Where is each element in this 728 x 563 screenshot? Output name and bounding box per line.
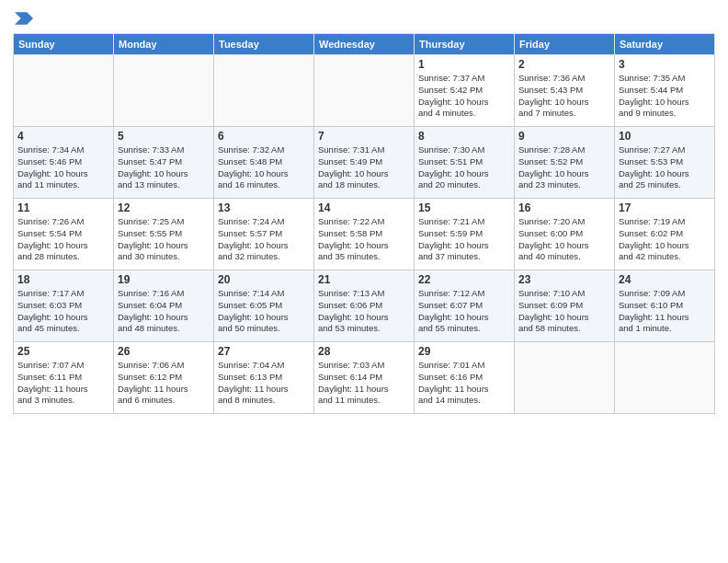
day-number: 21 <box>318 273 410 286</box>
table-row <box>14 55 114 127</box>
day-info: Sunrise: 7:27 AMSunset: 5:53 PMDaylight:… <box>619 144 711 191</box>
day-info: Sunrise: 7:22 AMSunset: 5:58 PMDaylight:… <box>318 216 410 263</box>
calendar-day-header: Saturday <box>615 34 715 55</box>
svg-marker-0 <box>15 12 33 24</box>
day-info: Sunrise: 7:13 AMSunset: 6:06 PMDaylight:… <box>318 288 410 335</box>
table-row: 27Sunrise: 7:04 AMSunset: 6:13 PMDayligh… <box>214 342 314 414</box>
day-number: 1 <box>418 58 510 71</box>
table-row: 23Sunrise: 7:10 AMSunset: 6:09 PMDayligh… <box>515 270 615 342</box>
day-number: 2 <box>518 58 610 71</box>
day-info: Sunrise: 7:14 AMSunset: 6:05 PMDaylight:… <box>218 288 310 335</box>
day-number: 27 <box>218 345 310 358</box>
table-row: 21Sunrise: 7:13 AMSunset: 6:06 PMDayligh… <box>314 270 415 342</box>
table-row: 16Sunrise: 7:20 AMSunset: 6:00 PMDayligh… <box>515 199 615 270</box>
calendar-day-header: Monday <box>114 34 214 55</box>
table-row: 28Sunrise: 7:03 AMSunset: 6:14 PMDayligh… <box>314 342 415 414</box>
table-row: 13Sunrise: 7:24 AMSunset: 5:57 PMDayligh… <box>214 199 314 270</box>
day-number: 18 <box>17 273 109 286</box>
day-number: 7 <box>318 130 410 143</box>
table-row <box>314 55 415 127</box>
day-number: 23 <box>518 273 610 286</box>
table-row: 17Sunrise: 7:19 AMSunset: 6:02 PMDayligh… <box>615 199 715 270</box>
table-row: 11Sunrise: 7:26 AMSunset: 5:54 PMDayligh… <box>14 199 114 270</box>
day-info: Sunrise: 7:31 AMSunset: 5:49 PMDaylight:… <box>318 144 410 191</box>
table-row: 1Sunrise: 7:37 AMSunset: 5:42 PMDaylight… <box>415 55 515 127</box>
calendar-table: SundayMondayTuesdayWednesdayThursdayFrid… <box>13 33 715 414</box>
day-number: 26 <box>118 345 210 358</box>
day-info: Sunrise: 7:17 AMSunset: 6:03 PMDaylight:… <box>17 288 109 335</box>
calendar-week-row: 4Sunrise: 7:34 AMSunset: 5:46 PMDaylight… <box>14 127 715 199</box>
day-info: Sunrise: 7:37 AMSunset: 5:42 PMDaylight:… <box>418 73 510 120</box>
table-row: 25Sunrise: 7:07 AMSunset: 6:11 PMDayligh… <box>14 342 114 414</box>
table-row <box>114 55 214 127</box>
logo-arrow-icon <box>15 9 33 28</box>
day-number: 9 <box>518 130 610 143</box>
table-row: 2Sunrise: 7:36 AMSunset: 5:43 PMDaylight… <box>515 55 615 127</box>
day-info: Sunrise: 7:21 AMSunset: 5:59 PMDaylight:… <box>418 216 510 263</box>
table-row: 26Sunrise: 7:06 AMSunset: 6:12 PMDayligh… <box>114 342 214 414</box>
day-info: Sunrise: 7:06 AMSunset: 6:12 PMDaylight:… <box>118 360 210 407</box>
table-row: 5Sunrise: 7:33 AMSunset: 5:47 PMDaylight… <box>114 127 214 199</box>
day-number: 28 <box>318 345 410 358</box>
day-info: Sunrise: 7:32 AMSunset: 5:48 PMDaylight:… <box>218 144 310 191</box>
calendar-header-row: SundayMondayTuesdayWednesdayThursdayFrid… <box>14 34 715 55</box>
table-row <box>615 342 715 414</box>
table-row: 15Sunrise: 7:21 AMSunset: 5:59 PMDayligh… <box>415 199 515 270</box>
table-row: 24Sunrise: 7:09 AMSunset: 6:10 PMDayligh… <box>615 270 715 342</box>
calendar-day-header: Friday <box>515 34 615 55</box>
table-row: 20Sunrise: 7:14 AMSunset: 6:05 PMDayligh… <box>214 270 314 342</box>
table-row: 8Sunrise: 7:30 AMSunset: 5:51 PMDaylight… <box>415 127 515 199</box>
calendar-week-row: 11Sunrise: 7:26 AMSunset: 5:54 PMDayligh… <box>14 199 715 270</box>
day-number: 19 <box>118 273 210 286</box>
day-number: 29 <box>418 345 510 358</box>
calendar-week-row: 1Sunrise: 7:37 AMSunset: 5:42 PMDaylight… <box>14 55 715 127</box>
logo <box>13 9 33 28</box>
day-number: 13 <box>218 201 310 214</box>
table-row: 14Sunrise: 7:22 AMSunset: 5:58 PMDayligh… <box>314 199 415 270</box>
day-number: 17 <box>619 201 711 214</box>
day-number: 12 <box>118 201 210 214</box>
table-row: 12Sunrise: 7:25 AMSunset: 5:55 PMDayligh… <box>114 199 214 270</box>
table-row: 6Sunrise: 7:32 AMSunset: 5:48 PMDaylight… <box>214 127 314 199</box>
day-info: Sunrise: 7:12 AMSunset: 6:07 PMDaylight:… <box>418 288 510 335</box>
day-info: Sunrise: 7:30 AMSunset: 5:51 PMDaylight:… <box>418 144 510 191</box>
day-number: 22 <box>418 273 510 286</box>
day-number: 4 <box>17 130 109 143</box>
day-info: Sunrise: 7:07 AMSunset: 6:11 PMDaylight:… <box>17 360 109 407</box>
day-info: Sunrise: 7:33 AMSunset: 5:47 PMDaylight:… <box>118 144 210 191</box>
day-info: Sunrise: 7:36 AMSunset: 5:43 PMDaylight:… <box>518 73 610 120</box>
day-number: 8 <box>418 130 510 143</box>
day-number: 20 <box>218 273 310 286</box>
calendar-day-header: Wednesday <box>314 34 415 55</box>
day-number: 24 <box>619 273 711 286</box>
day-info: Sunrise: 7:20 AMSunset: 6:00 PMDaylight:… <box>518 216 610 263</box>
day-number: 6 <box>218 130 310 143</box>
day-info: Sunrise: 7:01 AMSunset: 6:16 PMDaylight:… <box>418 360 510 407</box>
day-info: Sunrise: 7:25 AMSunset: 5:55 PMDaylight:… <box>118 216 210 263</box>
day-number: 16 <box>518 201 610 214</box>
table-row: 3Sunrise: 7:35 AMSunset: 5:44 PMDaylight… <box>615 55 715 127</box>
table-row: 4Sunrise: 7:34 AMSunset: 5:46 PMDaylight… <box>14 127 114 199</box>
day-info: Sunrise: 7:10 AMSunset: 6:09 PMDaylight:… <box>518 288 610 335</box>
table-row: 29Sunrise: 7:01 AMSunset: 6:16 PMDayligh… <box>415 342 515 414</box>
table-row: 22Sunrise: 7:12 AMSunset: 6:07 PMDayligh… <box>415 270 515 342</box>
day-info: Sunrise: 7:19 AMSunset: 6:02 PMDaylight:… <box>619 216 711 263</box>
calendar-day-header: Tuesday <box>214 34 314 55</box>
table-row <box>515 342 615 414</box>
day-info: Sunrise: 7:28 AMSunset: 5:52 PMDaylight:… <box>518 144 610 191</box>
day-info: Sunrise: 7:26 AMSunset: 5:54 PMDaylight:… <box>17 216 109 263</box>
day-info: Sunrise: 7:24 AMSunset: 5:57 PMDaylight:… <box>218 216 310 263</box>
day-number: 11 <box>17 201 109 214</box>
table-row: 18Sunrise: 7:17 AMSunset: 6:03 PMDayligh… <box>14 270 114 342</box>
table-row: 7Sunrise: 7:31 AMSunset: 5:49 PMDaylight… <box>314 127 415 199</box>
day-number: 3 <box>619 58 711 71</box>
table-row: 9Sunrise: 7:28 AMSunset: 5:52 PMDaylight… <box>515 127 615 199</box>
day-number: 5 <box>118 130 210 143</box>
header <box>13 9 715 28</box>
table-row <box>214 55 314 127</box>
day-number: 14 <box>318 201 410 214</box>
day-number: 10 <box>619 130 711 143</box>
table-row: 10Sunrise: 7:27 AMSunset: 5:53 PMDayligh… <box>615 127 715 199</box>
page-container: SundayMondayTuesdayWednesdayThursdayFrid… <box>0 0 728 419</box>
day-number: 15 <box>418 201 510 214</box>
